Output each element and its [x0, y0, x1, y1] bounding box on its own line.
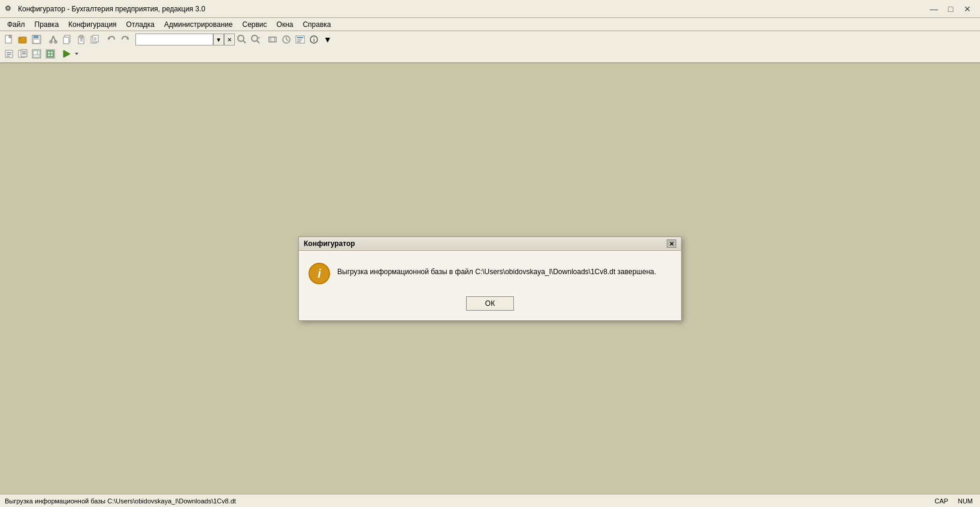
svg-rect-38 — [297, 40, 302, 41]
toolbar-extra4-button[interactable]: i — [307, 33, 320, 46]
menu-file[interactable]: Файл — [2, 19, 30, 30]
svg-rect-6 — [34, 40, 40, 43]
toolbar-extra3-button[interactable] — [294, 33, 307, 46]
toolbar-undo-button[interactable] — [105, 33, 118, 46]
toolbar-save-button[interactable] — [30, 33, 43, 46]
toolbar-r2-btn1[interactable] — [2, 47, 16, 60]
toolbar-redo-button[interactable] — [119, 33, 132, 46]
search-clear-button[interactable]: ✕ — [224, 34, 235, 45]
toolbar-r2-btn2[interactable] — [16, 47, 29, 60]
dialog-overlay: Конфигуратор ✕ i Выгрузка информационной… — [0, 63, 980, 494]
svg-rect-39 — [297, 41, 301, 42]
search-input[interactable] — [135, 34, 213, 45]
dialog-content: i Выгрузка информационной базы в файл C:… — [299, 251, 681, 320]
minimize-button[interactable]: — — [926, 3, 942, 15]
toolbar: ▼ ✕ — [0, 31, 980, 63]
svg-rect-45 — [7, 56, 10, 57]
toolbar-findnext-button[interactable] — [249, 33, 262, 46]
svg-rect-17 — [80, 41, 83, 41]
num-indicator: NUM — [955, 497, 975, 505]
svg-rect-51 — [34, 51, 37, 54]
close-button[interactable]: ✕ — [960, 3, 975, 15]
svg-rect-43 — [7, 52, 11, 53]
menu-debug[interactable]: Отладка — [122, 19, 159, 30]
toolbar-paste-button[interactable] — [74, 33, 87, 46]
toolbar-search: ▼ ✕ — [135, 34, 235, 45]
status-bar: Выгрузка информационной базы C:\Users\ob… — [0, 494, 980, 507]
svg-line-35 — [286, 40, 288, 41]
dialog-close-button[interactable]: ✕ — [667, 239, 676, 248]
svg-rect-15 — [80, 38, 83, 39]
dialog-message: Выгрузка информационной базы в файл C:\U… — [337, 263, 656, 277]
maximize-button[interactable]: □ — [943, 3, 958, 15]
svg-marker-58 — [63, 50, 70, 57]
svg-rect-30 — [269, 37, 276, 42]
toolbar-r2-btn4[interactable] — [44, 47, 57, 60]
status-indicators: CAP NUM — [932, 497, 975, 505]
svg-point-25 — [238, 35, 244, 41]
window-controls: — □ ✕ — [926, 3, 975, 15]
svg-rect-48 — [22, 51, 26, 53]
menu-service[interactable]: Сервис — [237, 19, 271, 30]
toolbar-copy-button[interactable] — [61, 33, 74, 46]
toolbar-find-button[interactable] — [235, 33, 249, 46]
svg-line-28 — [257, 41, 259, 43]
toolbar-open-button[interactable] — [16, 33, 29, 46]
konfigurator-dialog: Конфигуратор ✕ i Выгрузка информационной… — [298, 236, 682, 321]
svg-line-26 — [243, 41, 246, 43]
menu-edit[interactable]: Правка — [30, 19, 64, 30]
svg-rect-37 — [297, 37, 303, 38]
dialog-title: Конфигуратор — [304, 239, 355, 248]
search-dropdown-button[interactable]: ▼ — [213, 34, 224, 45]
toolbar-extra1-button[interactable] — [266, 33, 279, 46]
toolbar-row-1: ▼ ✕ — [2, 32, 978, 47]
menu-admin[interactable]: Администрирование — [159, 19, 237, 30]
info-icon: i — [308, 263, 330, 284]
svg-rect-5 — [34, 35, 38, 38]
svg-rect-53 — [38, 51, 40, 54]
menu-help[interactable]: Справка — [298, 19, 335, 30]
title-bar: ⚙ Конфигуратор - Бухгалтерия предприятия… — [0, 0, 980, 18]
app-icon: ⚙ — [5, 4, 14, 14]
toolbar-new-button[interactable] — [2, 33, 16, 46]
toolbar-play-button[interactable] — [60, 47, 73, 60]
menu-window[interactable]: Окна — [272, 19, 298, 30]
toolbar-row-2 — [2, 47, 978, 61]
dialog-ok-button[interactable]: ОК — [466, 296, 514, 311]
toolbar-extra2-button[interactable] — [280, 33, 293, 46]
menu-bar: Файл Правка Конфигурация Отладка Админис… — [0, 18, 980, 31]
dialog-title-bar: Конфигуратор ✕ — [299, 237, 681, 251]
status-text: Выгрузка информационной базы C:\Users\ob… — [5, 497, 236, 505]
svg-point-27 — [252, 35, 258, 41]
toolbar-copy2-button[interactable] — [88, 33, 101, 46]
main-area: Конфигуратор ✕ i Выгрузка информационной… — [0, 63, 980, 494]
svg-text:i: i — [313, 37, 315, 43]
cap-indicator: CAP — [932, 497, 951, 505]
toolbar-play-dropdown-button[interactable] — [74, 47, 80, 60]
svg-marker-59 — [75, 53, 78, 55]
svg-rect-52 — [34, 55, 40, 57]
svg-rect-12 — [63, 37, 69, 44]
toolbar-r2-btn3[interactable] — [30, 47, 43, 60]
svg-rect-44 — [7, 54, 11, 55]
menu-config[interactable]: Конфигурация — [63, 19, 122, 30]
toolbar-dropdown-button[interactable]: ▼ — [321, 33, 334, 46]
svg-rect-16 — [80, 40, 83, 40]
dialog-message-row: i Выгрузка информационной базы в файл C:… — [308, 263, 672, 284]
svg-rect-49 — [22, 53, 26, 54]
svg-rect-14 — [80, 35, 83, 38]
toolbar-cut-button[interactable] — [47, 33, 60, 46]
title-bar-left: ⚙ Конфигуратор - Бухгалтерия предприятия… — [5, 4, 205, 14]
app-title: Конфигуратор - Бухгалтерия предприятия, … — [18, 5, 205, 13]
